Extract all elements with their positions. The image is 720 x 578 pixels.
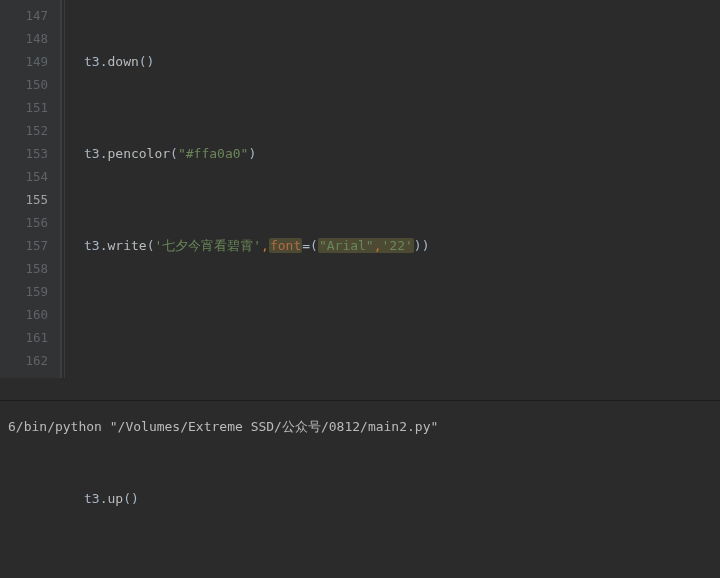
code-line[interactable]: t3.pencolor("#ffa0a0") [80, 142, 720, 165]
gutter-border [60, 0, 62, 378]
line-number: 156 [0, 211, 48, 234]
line-number: 161 [0, 326, 48, 349]
line-number: 152 [0, 119, 48, 142]
indent-guide [64, 0, 80, 378]
line-number: 147 [0, 4, 48, 27]
line-number-gutter: 147 148 149 150 151 152 153 154 155 156 … [0, 0, 60, 378]
code-line[interactable]: t3.up() [80, 487, 720, 510]
line-number: 158 [0, 257, 48, 280]
line-number: 157 [0, 234, 48, 257]
line-number: 153 [0, 142, 48, 165]
line-number: 148 [0, 27, 48, 50]
code-line-empty[interactable] [80, 395, 720, 418]
param-hint: font [269, 238, 302, 253]
line-number: 149 [0, 50, 48, 73]
line-number: 160 [0, 303, 48, 326]
code-line[interactable]: t3.down() [80, 50, 720, 73]
line-number: 150 [0, 73, 48, 96]
code-editor[interactable]: 147 148 149 150 151 152 153 154 155 156 … [0, 0, 720, 378]
code-line[interactable]: t3.write('七夕今宵看碧霄',font=("Arial",'22')) [80, 234, 720, 257]
line-number: 151 [0, 96, 48, 119]
code-area[interactable]: t3.down() t3.pencolor("#ffa0a0") t3.writ… [80, 0, 720, 378]
line-number: 154 [0, 165, 48, 188]
line-number: 159 [0, 280, 48, 303]
line-number-current: 155 [0, 188, 48, 211]
line-number: 162 [0, 349, 48, 372]
code-line-empty[interactable] [80, 326, 720, 349]
